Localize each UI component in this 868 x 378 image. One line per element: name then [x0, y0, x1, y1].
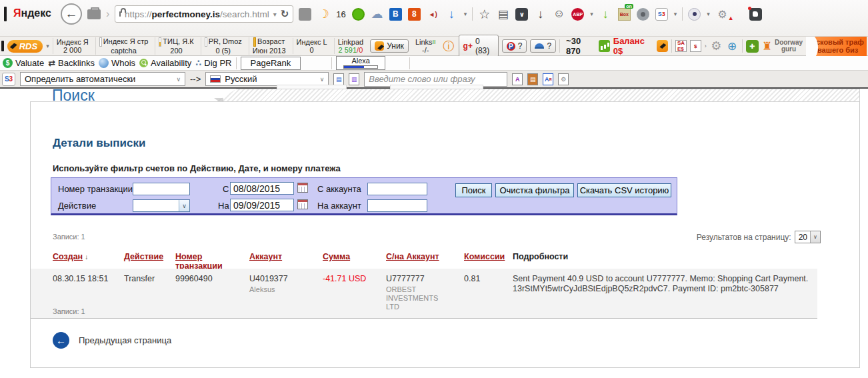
reload-icon[interactable]: ↻: [281, 8, 289, 20]
back-button[interactable]: ←: [61, 3, 82, 25]
previous-page-link[interactable]: ← Предыдущая страница: [53, 332, 171, 349]
gplus-button[interactable]: g+0 (83): [459, 35, 499, 57]
metric-pr-dmoz[interactable]: PR, Dmoz 0 (5): [201, 37, 245, 55]
eye-bubble-icon[interactable]: [688, 8, 701, 21]
clear-filter-button[interactable]: Очистка фильтра: [495, 183, 574, 197]
translate-page-icon[interactable]: ▤: [333, 73, 344, 85]
spy-help-button[interactable]: ?: [530, 39, 556, 53]
chart-icon[interactable]: [599, 40, 610, 52]
col-amount[interactable]: Сумма: [323, 252, 386, 271]
rds-dropdown-icon[interactable]: ▾: [46, 43, 49, 49]
pagerank-box[interactable]: PageRank: [241, 57, 301, 70]
col-created[interactable]: Создан↓: [53, 252, 124, 271]
adblock-dropdown-icon[interactable]: ▾: [590, 11, 593, 17]
valuate-tool[interactable]: $ Valuate: [3, 58, 44, 68]
dig-pr-tool[interactable]: ∴ Dig PR: [195, 58, 231, 68]
backlinks-tool[interactable]: ⇄ Backlinks: [48, 58, 95, 68]
whois-tool[interactable]: Whois: [99, 58, 135, 68]
metric-linkpad[interactable]: Linkpad 2 591/0: [334, 38, 367, 54]
clipboard-translate-icon[interactable]: ▤: [527, 73, 538, 85]
target-language-select[interactable]: Русский ∨: [205, 72, 329, 86]
download-csv-button[interactable]: Скачать CSV историю: [577, 183, 671, 197]
metric-links[interactable]: LinksII -/-: [412, 38, 439, 54]
blue-b-icon[interactable]: B: [389, 8, 402, 21]
expand-chevron-icon[interactable]: ›: [705, 43, 707, 49]
rds-separator: [559, 39, 560, 53]
tx-number-input[interactable]: [133, 183, 190, 195]
to-calendar-icon[interactable]: [297, 199, 308, 209]
unik-button[interactable]: Уник: [370, 39, 409, 53]
gear-icon[interactable]: ⚙: [710, 40, 723, 53]
to-date-input[interactable]: [230, 199, 294, 211]
table-header-row: Создан↓ Действие Номер транзакции Аккаун…: [31, 252, 817, 271]
search-button[interactable]: Поиск: [455, 183, 492, 197]
col-action[interactable]: Действие: [124, 252, 175, 271]
rds-logo[interactable]: RDS: [7, 40, 43, 53]
cell-action: Transfer: [124, 274, 175, 311]
metric-tic[interactable]: ТИЦ, Я.К 200: [155, 37, 197, 55]
translator-settings-icon[interactable]: ⚙: [558, 73, 569, 85]
savefrom-arrow-icon[interactable]: ↓: [599, 8, 612, 21]
from-calendar-icon[interactable]: [297, 183, 308, 193]
extension-strip-2: ☆ ▤ ∨ ↓ ☺ ABP ▾ ↓ Box on S3 ▾: [478, 8, 677, 21]
eye-dropdown-icon[interactable]: ▾: [707, 11, 710, 17]
cloud-icon[interactable]: ☁: [371, 8, 383, 21]
lock-icon[interactable]: [119, 11, 121, 17]
col-tx-number[interactable]: Номер транзакции: [175, 252, 249, 271]
col-counter-account[interactable]: С/на Аккаунт: [386, 252, 464, 271]
from-account-input[interactable]: [367, 183, 427, 195]
green-status-icon[interactable]: [352, 8, 365, 21]
per-page-select[interactable]: 20 ∨: [795, 231, 821, 243]
indicator-bar: [159, 37, 161, 47]
moon-icon[interactable]: ☽: [317, 8, 330, 21]
sape-window-icon[interactable]: $: [690, 40, 701, 52]
metric-yandex-page-index[interactable]: Индекс Я стр captcha: [95, 37, 152, 55]
download-arrow-dark-icon[interactable]: ↓: [534, 8, 547, 21]
session-box-icon[interactable]: [87, 9, 101, 19]
hexagon-eye-icon[interactable]: [637, 8, 649, 21]
clipboard-icon[interactable]: ▤: [497, 8, 509, 21]
metric-age[interactable]: Возраст Июн 2013: [249, 37, 289, 55]
col-fee[interactable]: Комиссии: [464, 252, 513, 271]
col-account[interactable]: Аккаунт: [249, 252, 323, 271]
translate-selection-icon[interactable]: ▥: [349, 73, 359, 85]
metric-yandex-index[interactable]: Индекс Я 2 000: [53, 38, 92, 54]
download-dropdown-icon[interactable]: ▾: [464, 11, 467, 17]
prev-arrow-icon[interactable]: ←: [53, 332, 69, 349]
sape-grid-icon[interactable]: SAE$: [675, 40, 687, 52]
globe-icon[interactable]: ⊕: [726, 40, 739, 53]
speaker-icon[interactable]: ◄): [427, 8, 439, 21]
address-bar[interactable]: https://perfectmoney.is/search.html ▾ ↻: [115, 5, 293, 23]
language-pair-icon[interactable]: Aя: [543, 73, 553, 85]
dictionary-icon[interactable]: A: [512, 73, 523, 85]
pocket-icon[interactable]: ∨: [515, 8, 528, 21]
bookmark-star-icon[interactable]: ☆: [478, 8, 491, 21]
doorway-guru-logo[interactable]: ♜ Doorwayguru: [762, 39, 803, 53]
info-icon[interactable]: ⓘ: [443, 40, 455, 53]
s3-icon[interactable]: S3: [2, 73, 15, 86]
alexa-box[interactable]: Alexa: [336, 56, 385, 70]
adblock-plus-icon[interactable]: ABP: [571, 8, 584, 21]
availability-tool[interactable]: Availability: [139, 58, 191, 68]
sphere-icon: [99, 58, 109, 68]
url-text[interactable]: https://perfectmoney.is/search.html: [125, 9, 269, 19]
evernote-icon[interactable]: [749, 8, 762, 21]
orange-8-icon[interactable]: 8: [408, 8, 421, 21]
p-help-button[interactable]: P?: [502, 39, 527, 53]
promo-banner[interactable]: Поисковый трафдля вашего биз: [806, 37, 867, 56]
metric-index-l[interactable]: Индекс L 0: [293, 38, 331, 54]
smiley-icon[interactable]: ☺: [553, 8, 565, 21]
proxy-folder-icon[interactable]: [299, 8, 311, 21]
sape-orange-icon[interactable]: [657, 40, 668, 52]
action-select[interactable]: ∨: [133, 199, 190, 212]
green-puzzle-icon[interactable]: ✚: [746, 40, 759, 53]
to-account-input[interactable]: [367, 199, 427, 212]
url-dropdown-icon[interactable]: ▾: [273, 11, 277, 18]
box-on-icon[interactable]: Box on: [618, 8, 631, 21]
source-language-select[interactable]: Определить автоматически ∨: [20, 72, 185, 86]
rds-separator-3: [742, 39, 743, 53]
s3-dropdown-icon[interactable]: ▾: [674, 11, 677, 17]
s3-translator-button-icon[interactable]: S3: [655, 8, 668, 21]
download-arrow-blue-icon[interactable]: ↓: [445, 8, 458, 21]
from-date-input[interactable]: [230, 182, 294, 195]
